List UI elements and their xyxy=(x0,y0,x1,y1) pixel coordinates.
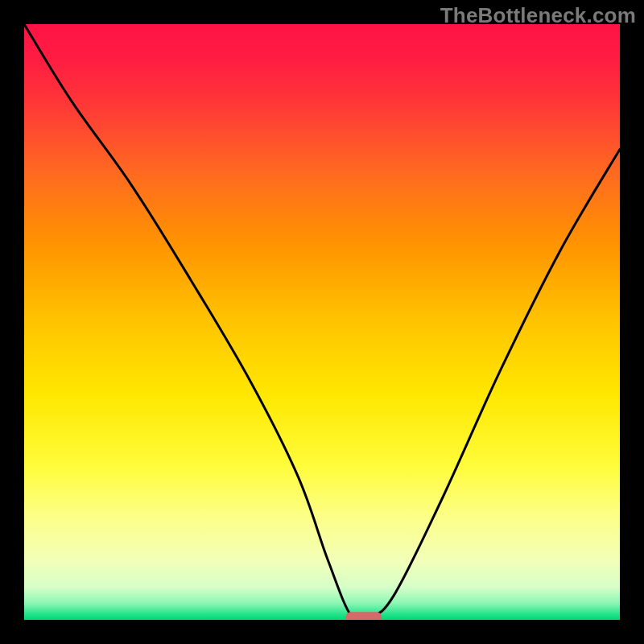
gradient-background xyxy=(24,24,620,620)
optimal-zone-marker xyxy=(346,612,382,620)
watermark-text: TheBottleneck.com xyxy=(440,3,636,28)
chart-svg xyxy=(24,24,620,620)
plot-area xyxy=(24,24,620,620)
chart-frame: TheBottleneck.com xyxy=(0,0,644,644)
